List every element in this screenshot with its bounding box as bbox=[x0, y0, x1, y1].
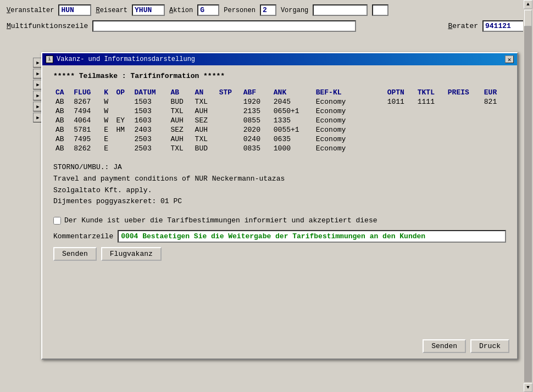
cell-preis bbox=[446, 97, 482, 107]
flugvakanz-button[interactable]: Flugvakanz bbox=[101, 247, 162, 261]
col-ank: ANK bbox=[271, 88, 314, 97]
cell-preis bbox=[446, 125, 482, 135]
cell-k: E bbox=[102, 125, 114, 135]
cell-ank: 1335 bbox=[271, 116, 314, 125]
cell-tktl bbox=[415, 135, 446, 144]
cell-stp bbox=[217, 144, 241, 153]
col-an: AN bbox=[193, 88, 217, 97]
cell-tktl: 1111 bbox=[415, 97, 446, 107]
modal-senden-button[interactable]: Senden bbox=[423, 339, 466, 353]
vorgang-extra-input[interactable] bbox=[372, 4, 388, 16]
cell-ab: AUH bbox=[169, 135, 193, 144]
cell-ca: AB bbox=[53, 116, 71, 125]
cell-tktl bbox=[415, 116, 446, 125]
flight-table: CA FLUG K OP DATUM AB AN STP ABF ANK BEF… bbox=[53, 88, 506, 153]
veranstalter-input[interactable] bbox=[58, 4, 91, 16]
cell-k: W bbox=[102, 97, 114, 107]
cell-preis bbox=[446, 107, 482, 116]
cell-datum: 1603 bbox=[132, 116, 169, 125]
cell-preis bbox=[446, 144, 482, 153]
cell-spacer bbox=[362, 135, 385, 144]
col-spacer bbox=[362, 88, 385, 97]
kommentar-input[interactable] bbox=[118, 230, 506, 243]
cell-op: EY bbox=[114, 116, 132, 125]
cell-befkl: Economy bbox=[314, 135, 362, 144]
cell-datum: 2403 bbox=[132, 125, 169, 135]
cell-op bbox=[114, 135, 132, 144]
senden-button[interactable]: Senden bbox=[53, 247, 97, 261]
cell-abf: 2020 bbox=[241, 125, 271, 135]
cell-spacer bbox=[362, 116, 385, 125]
cell-op bbox=[114, 97, 132, 107]
cell-optn: 1011 bbox=[385, 97, 415, 107]
col-k: K bbox=[102, 88, 114, 97]
modal-close-button[interactable]: ✕ bbox=[505, 55, 514, 63]
cell-k: W bbox=[102, 116, 114, 125]
cell-ca: AB bbox=[53, 144, 71, 153]
table-row: AB 4064 W EY 1603 AUH SEZ 0855 1335 Econ… bbox=[53, 116, 506, 125]
modal-druck-button[interactable]: Druck bbox=[470, 339, 509, 353]
kommentar-label: Kommentarzeile bbox=[53, 232, 113, 240]
multifunktion-input[interactable] bbox=[92, 20, 356, 32]
col-preis: PREIS bbox=[446, 88, 482, 97]
berater-label: Berater bbox=[448, 22, 478, 30]
berater-input[interactable] bbox=[482, 20, 526, 32]
cell-preis bbox=[446, 116, 482, 125]
cell-ab: BUD bbox=[169, 97, 193, 107]
cell-eur bbox=[482, 135, 506, 144]
cell-an: SEZ bbox=[193, 116, 217, 125]
vorgang-input[interactable] bbox=[313, 4, 368, 16]
cell-k: W bbox=[102, 107, 114, 116]
kommentar-row: Kommentarzeile bbox=[53, 230, 506, 243]
scroll-up-btn[interactable]: ▲ bbox=[524, 0, 532, 9]
col-befkl: BEF-KL bbox=[314, 88, 362, 97]
col-optn: OPTN bbox=[385, 88, 415, 97]
section-title: ***** Teilmaske : Tarifinformation ***** bbox=[53, 72, 506, 80]
accept-checkbox[interactable] bbox=[53, 217, 61, 225]
modal-titlebar: i Vakanz- und Informationsdarstellung ✕ bbox=[42, 53, 517, 65]
modal-icon: i bbox=[46, 55, 53, 63]
col-flug: FLUG bbox=[71, 88, 102, 97]
cell-an: AUH bbox=[193, 125, 217, 135]
cell-an: BUD bbox=[193, 144, 217, 153]
cell-ca: AB bbox=[53, 97, 71, 107]
cell-op: HM bbox=[114, 125, 132, 135]
cell-optn bbox=[385, 125, 415, 135]
scroll-down-btn[interactable]: ▼ bbox=[524, 383, 532, 392]
cell-stp bbox=[217, 116, 241, 125]
reiseart-input[interactable] bbox=[132, 4, 165, 16]
table-row: AB 7495 E 2503 AUH TXL 0240 0635 Economy bbox=[53, 135, 506, 144]
cell-abf: 0240 bbox=[241, 135, 271, 144]
cell-ab: AUH bbox=[169, 116, 193, 125]
cell-eur: 821 bbox=[482, 97, 506, 107]
cell-spacer bbox=[362, 125, 385, 135]
info-block: STORNO/UMBU.: JA Travel and payment cond… bbox=[53, 162, 506, 208]
cell-eur bbox=[482, 125, 506, 135]
cell-datum: 1503 bbox=[132, 97, 169, 107]
cell-spacer bbox=[362, 97, 385, 107]
multifunktion-label: Multifunktionszeile bbox=[7, 22, 88, 30]
cell-optn bbox=[385, 135, 415, 144]
aktion-label: Aktion bbox=[169, 7, 193, 14]
cell-abf: 2135 bbox=[241, 107, 271, 116]
cell-datum: 1503 bbox=[132, 107, 169, 116]
cell-ank: 2045 bbox=[271, 97, 314, 107]
cell-befkl: Economy bbox=[314, 144, 362, 153]
main-window: Veranstalter Reiseart Aktion Personen Vo… bbox=[0, 0, 533, 392]
checkbox-row: Der Kunde ist ueber die Tarifbestimmunge… bbox=[53, 216, 506, 225]
szolgaltato-text: Szolgaltato Kft. apply. bbox=[53, 185, 506, 197]
scroll-thumb[interactable] bbox=[524, 10, 532, 26]
main-scrollbar[interactable]: ▲ ▼ bbox=[523, 0, 533, 392]
table-row: AB 5781 E HM 2403 SEZ AUH 2020 0055+1 Ec… bbox=[53, 125, 506, 135]
personen-label: Personen bbox=[224, 7, 256, 14]
cell-ca: AB bbox=[53, 135, 71, 144]
top-form-row1: Veranstalter Reiseart Aktion Personen Vo… bbox=[0, 0, 533, 19]
cell-preis bbox=[446, 135, 482, 144]
cell-optn bbox=[385, 107, 415, 116]
cell-ab: TXL bbox=[169, 107, 193, 116]
cell-flug: 8262 bbox=[71, 144, 102, 153]
aktion-input[interactable] bbox=[197, 4, 219, 16]
cell-op bbox=[114, 144, 132, 153]
col-tktl: TKTL bbox=[415, 88, 446, 97]
personen-input[interactable] bbox=[260, 4, 276, 16]
